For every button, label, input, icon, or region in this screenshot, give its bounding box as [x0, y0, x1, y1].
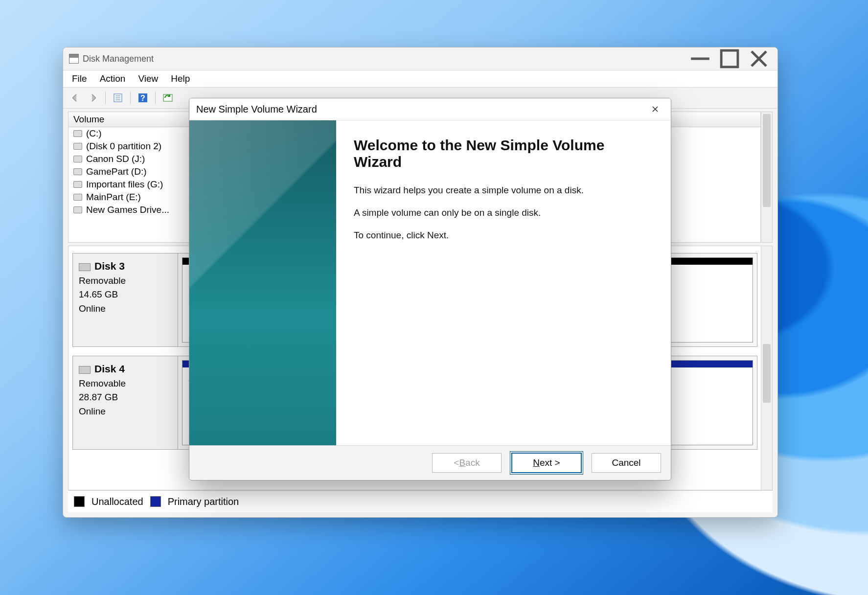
svg-rect-1 [721, 50, 738, 67]
wizard-next-button[interactable]: Next > [511, 453, 582, 473]
toolbar-separator [105, 92, 106, 104]
scrollbar[interactable] [761, 112, 772, 242]
disk-status: Online [79, 405, 172, 419]
drive-icon [73, 130, 82, 137]
back-icon[interactable] [68, 91, 83, 105]
app-icon [69, 54, 79, 64]
window-title: Disk Management [83, 54, 154, 64]
wizard-cancel-button[interactable]: Cancel [592, 453, 661, 473]
minimize-button[interactable] [685, 47, 715, 70]
menu-view[interactable]: View [138, 73, 158, 84]
volume-name: MainPart (E:) [86, 192, 141, 203]
toolbar-separator [155, 92, 156, 104]
wizard-close-button[interactable] [646, 100, 664, 118]
legend-swatch-unallocated [74, 496, 85, 507]
volume-name: (Disk 0 partition 2) [86, 141, 161, 152]
menu-help[interactable]: Help [171, 73, 190, 84]
svg-text:?: ? [140, 94, 145, 102]
forward-icon[interactable] [86, 91, 100, 105]
refresh-icon[interactable] [160, 91, 175, 105]
drive-icon [73, 181, 82, 188]
volume-name: (C:) [86, 128, 102, 139]
drive-icon [73, 156, 82, 162]
menu-file[interactable]: File [72, 73, 87, 84]
disk-label: Disk 4 Removable 28.87 GB Online [73, 356, 178, 449]
volume-name: GamePart (D:) [86, 166, 147, 177]
scroll-thumb[interactable] [763, 344, 771, 403]
scrollbar[interactable] [761, 246, 772, 490]
drive-icon [73, 168, 82, 175]
properties-icon[interactable] [111, 91, 125, 105]
drive-icon [73, 206, 82, 213]
legend: Unallocated Primary partition [68, 490, 773, 512]
menubar: File Action View Help [63, 70, 777, 88]
close-button[interactable] [744, 47, 774, 70]
titlebar[interactable]: Disk Management [63, 47, 777, 70]
wizard-content: Welcome to the New Simple Volume Wizard … [336, 120, 671, 445]
disk-type: Removable [79, 274, 172, 288]
scroll-thumb[interactable] [763, 114, 771, 207]
help-icon[interactable]: ? [136, 91, 150, 105]
disk-size: 14.65 GB [79, 288, 172, 302]
legend-label: Unallocated [91, 496, 143, 507]
wizard-text: This wizard helps you create a simple vo… [354, 185, 653, 196]
maximize-button[interactable] [715, 47, 744, 70]
new-simple-volume-wizard: New Simple Volume Wizard Welcome to the … [189, 98, 671, 481]
legend-label: Primary partition [168, 496, 239, 507]
wizard-titlebar[interactable]: New Simple Volume Wizard [189, 98, 671, 120]
wizard-footer: < Back Next > Cancel [189, 445, 671, 480]
disk-icon [79, 263, 91, 271]
drive-icon [73, 143, 82, 150]
volume-name: New Games Drive... [86, 205, 169, 215]
wizard-sidebar-graphic [189, 120, 336, 445]
disk-icon [79, 366, 91, 374]
disk-size: 28.87 GB [79, 390, 172, 405]
disk-name: Disk 4 [94, 363, 125, 374]
wizard-text: To continue, click Next. [354, 230, 653, 241]
disk-type: Removable [79, 377, 172, 391]
wizard-text: A simple volume can only be on a single … [354, 207, 653, 218]
wizard-back-button: < Back [432, 453, 502, 473]
drive-icon [73, 194, 82, 201]
disk-name: Disk 3 [94, 260, 125, 272]
legend-swatch-primary [150, 496, 161, 507]
wizard-heading: Welcome to the New Simple Volume Wizard [354, 137, 653, 170]
volume-name: Canon SD (J:) [86, 154, 145, 164]
volume-name: Important files (G:) [86, 179, 163, 190]
menu-action[interactable]: Action [100, 73, 126, 84]
desktop-wallpaper: Disk Management File Action View Help [0, 0, 868, 595]
toolbar-separator [130, 92, 131, 104]
wizard-title: New Simple Volume Wizard [196, 104, 317, 115]
disk-status: Online [79, 302, 172, 316]
disk-label: Disk 3 Removable 14.65 GB Online [73, 253, 178, 346]
